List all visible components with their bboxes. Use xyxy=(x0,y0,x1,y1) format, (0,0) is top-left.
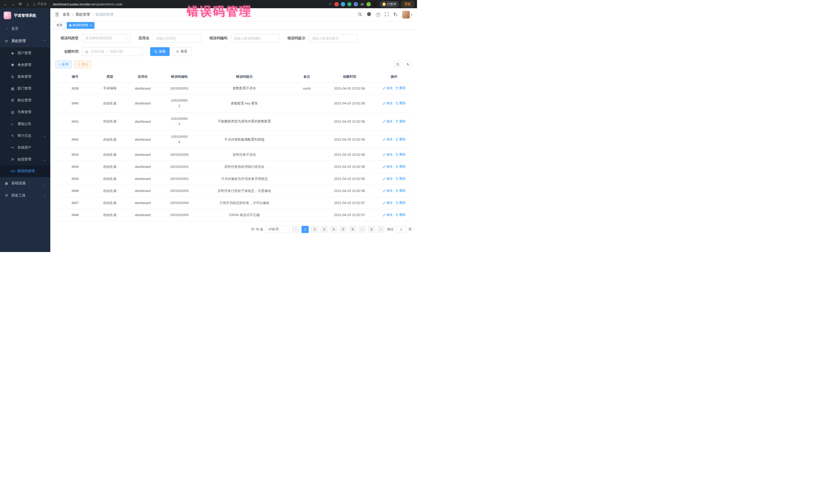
edit-link[interactable]: 修改 xyxy=(382,137,393,141)
refresh-table-button[interactable]: ↻ xyxy=(404,61,412,68)
page-button-4[interactable]: 4 xyxy=(330,226,337,233)
question-icon[interactable]: ? xyxy=(376,13,380,17)
edit-link[interactable]: 修改 xyxy=(382,189,393,193)
sidebar-item-roles[interactable]: ⚉角色管理 xyxy=(0,59,50,71)
edit-link[interactable]: 修改 xyxy=(382,101,393,106)
goto-prefix: 前往 xyxy=(387,227,394,232)
error-code-input[interactable] xyxy=(231,34,280,43)
start-date-placeholder: 开始日期 xyxy=(91,49,104,54)
edit-link[interactable]: 修改 xyxy=(382,119,393,124)
sidebar-item-dictionaries[interactable]: ▤字典管理 xyxy=(0,106,50,118)
app-name-input[interactable] xyxy=(153,34,202,43)
export-button[interactable]: ↧ 导出 xyxy=(74,61,91,68)
extension-on-badge-icon[interactable]: on xyxy=(360,2,365,6)
extension-people-icon[interactable] xyxy=(354,2,358,6)
security-chip[interactable]: ⚠ 不安全 xyxy=(33,2,47,6)
reload-icon[interactable]: ⟳ xyxy=(18,2,23,6)
sidebar-item-devtools[interactable]: ⚒研发工具⌄ xyxy=(0,190,50,202)
breadcrumb-item[interactable]: 系统管理 xyxy=(75,12,90,17)
reset-button[interactable]: ↻重置 xyxy=(172,47,192,56)
extension-vue-devtools-icon[interactable]: V xyxy=(347,2,352,6)
sidebar-item-home[interactable]: ◔首页 xyxy=(0,23,50,35)
sidebar-item-audit-logs[interactable]: ✎审计日志⌄ xyxy=(0,130,50,141)
delete-link[interactable]: 删除 xyxy=(395,165,406,169)
sidebar-item-sms[interactable]: ✉短信管理⌄ xyxy=(0,153,50,165)
cell-id: 3943 xyxy=(56,149,95,161)
tab-home[interactable]: 首页 xyxy=(54,22,65,29)
create-time-range[interactable]: ▦开始日期-结束日期 xyxy=(82,47,142,56)
end-date-placeholder: 结束日期 xyxy=(110,49,123,54)
edit-link[interactable]: 修改 xyxy=(382,177,393,181)
refresh-icon: ↻ xyxy=(407,62,410,66)
edit-link[interactable]: 修改 xyxy=(382,165,393,169)
dictionary-icon: ▤ xyxy=(10,110,15,114)
cell-created: 2021-04-20 23:52:56 xyxy=(323,173,376,185)
page-button-2[interactable]: 2 xyxy=(311,226,318,233)
sidebar-item-system[interactable]: ⚙系统管理⌃ xyxy=(0,35,50,47)
back-icon[interactable]: ← xyxy=(3,2,8,6)
add-button[interactable]: + 新增 xyxy=(56,61,72,68)
app-logo-row[interactable]: 芋道管理系统 xyxy=(0,8,50,23)
github-icon[interactable] xyxy=(367,12,371,18)
page-size-select[interactable]: 10条/页 ⌄ xyxy=(266,226,290,233)
tab-error-codes[interactable]: 错误码管理× xyxy=(67,22,94,29)
extension-paw-icon[interactable] xyxy=(373,2,377,6)
delete-link[interactable]: 删除 xyxy=(395,101,406,106)
page-button-5[interactable]: 5 xyxy=(339,226,347,233)
cell-remark xyxy=(291,209,323,221)
hamburger-icon[interactable]: ☰ xyxy=(55,12,59,18)
delete-link[interactable]: 删除 xyxy=(395,201,406,205)
edit-link[interactable]: 修改 xyxy=(382,86,393,90)
paused-badge[interactable]: 已暂停 xyxy=(380,1,399,7)
page-button-3[interactable]: 3 xyxy=(321,226,328,233)
toggle-search-button[interactable] xyxy=(394,61,402,68)
delete-link[interactable]: 删除 xyxy=(395,189,406,193)
page-button-1[interactable]: 1 xyxy=(302,226,309,233)
delete-link[interactable]: 删除 xyxy=(395,86,406,90)
sidebar-item-departments[interactable]: ▦部门管理 xyxy=(0,83,50,94)
delete-link[interactable]: 删除 xyxy=(395,152,406,157)
page-button-6[interactable]: 6 xyxy=(349,226,356,233)
delete-link[interactable]: 删除 xyxy=(395,119,406,124)
search-button[interactable]: 搜索 xyxy=(150,47,170,56)
sidebar-item-menus[interactable]: ≣菜单管理 xyxy=(0,71,50,83)
close-icon[interactable]: × xyxy=(90,23,92,27)
home-nav-icon[interactable]: ⌂ xyxy=(25,2,30,6)
search-icon[interactable] xyxy=(358,12,362,18)
user-menu[interactable]: ▾ xyxy=(402,11,412,19)
extension-red-icon[interactable] xyxy=(334,2,339,6)
edit-link[interactable]: 修改 xyxy=(382,201,393,205)
delete-link[interactable]: 删除 xyxy=(395,213,406,217)
update-button[interactable]: 更新 xyxy=(401,1,414,7)
error-code-type-select[interactable]: 请选择错误码类型⌄ xyxy=(82,34,131,43)
sidebar-item-online-users[interactable]: ⚯在线用户 xyxy=(0,141,50,153)
cell-type: 自动生成 xyxy=(95,112,125,131)
sidebar-item-announcements[interactable]: ▻通知公告 xyxy=(0,118,50,130)
page-button-8[interactable]: 8 xyxy=(368,226,375,233)
star-icon[interactable]: ☆ xyxy=(328,2,332,6)
sidebar-item-positions[interactable]: ⌘岗位管理 xyxy=(0,94,50,106)
prev-page-button[interactable]: ‹ xyxy=(292,226,299,233)
extension-green-icon[interactable] xyxy=(367,2,371,6)
next-page-button[interactable]: › xyxy=(377,226,385,233)
fullscreen-icon[interactable] xyxy=(385,12,389,17)
goto-page-input[interactable] xyxy=(396,226,406,233)
sidebar-item-infrastructure[interactable]: ▣基础设施⌄ xyxy=(0,177,50,190)
edit-link[interactable]: 修改 xyxy=(382,213,393,217)
forward-icon[interactable]: → xyxy=(10,2,15,6)
sidebar-item-error-codes[interactable]: </>错误码管理 xyxy=(0,165,50,177)
delete-link[interactable]: 删除 xyxy=(395,177,406,181)
delete-link[interactable]: 删除 xyxy=(395,137,406,141)
edit-link[interactable]: 修改 xyxy=(382,152,393,157)
tab-label: 首页 xyxy=(57,23,63,27)
address-bar[interactable]: dashboard.yudao.iocoder.cn/system/error-… xyxy=(53,2,123,6)
sidebar-item-users[interactable]: ☻用户管理 xyxy=(0,47,50,59)
error-hint-input[interactable] xyxy=(309,34,358,43)
ellipsis-page-button[interactable]: ··· xyxy=(358,226,366,233)
breadcrumb-item[interactable]: 错误码管理 xyxy=(95,12,113,17)
breadcrumb-item[interactable]: 首页 xyxy=(63,12,70,17)
sidebar-item-label: 系统管理 xyxy=(11,39,26,43)
font-size-icon[interactable]: TT xyxy=(393,12,397,17)
extension-blue-icon[interactable] xyxy=(341,2,345,6)
cell-created: 2021-04-20 23:52:56 xyxy=(323,131,376,149)
